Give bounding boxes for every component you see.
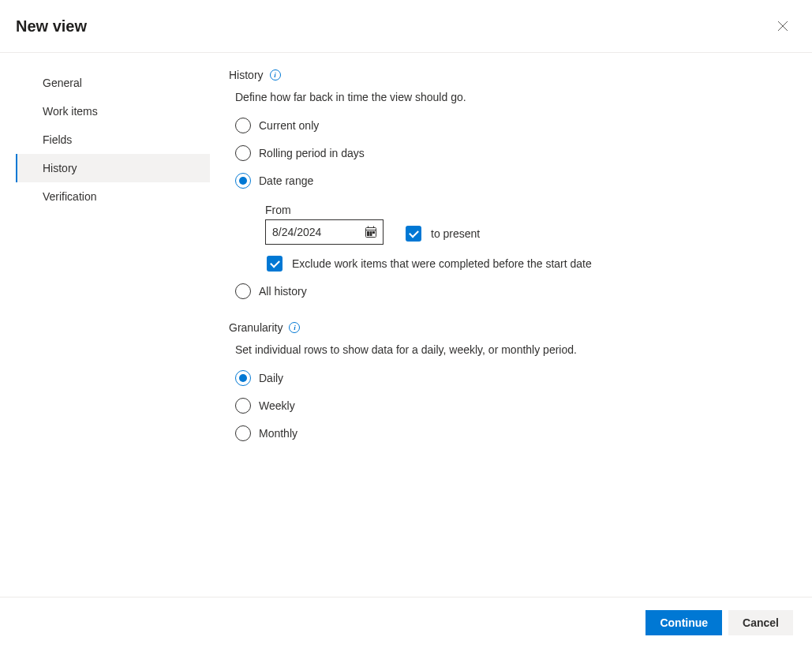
radio-label: Monthly xyxy=(259,427,297,440)
radio-label: All history xyxy=(259,285,307,298)
dialog-title: New view xyxy=(16,17,87,36)
sidebar-item-label: Fields xyxy=(43,133,72,146)
cancel-button[interactable]: Cancel xyxy=(728,610,793,635)
dialog-footer: Continue Cancel xyxy=(0,597,812,648)
dialog-body: General Work items Fields History Verifi… xyxy=(0,53,812,463)
date-range-controls: From to present Exclu xyxy=(265,204,793,272)
radio-all-history[interactable]: All history xyxy=(235,283,793,299)
sidebar-item-general[interactable]: General xyxy=(16,69,210,97)
sidebar: General Work items Fields History Verifi… xyxy=(0,69,210,463)
checkbox-icon xyxy=(406,226,421,242)
radio-icon xyxy=(235,118,251,133)
date-from-row: From to present xyxy=(265,204,793,245)
radio-label: Date range xyxy=(259,174,313,187)
history-title: History xyxy=(229,69,264,81)
radio-rolling-period[interactable]: Rolling period in days xyxy=(235,145,793,161)
radio-label: Rolling period in days xyxy=(259,147,365,159)
sidebar-item-label: General xyxy=(43,77,82,89)
main-content: History i Define how far back in time th… xyxy=(210,69,812,463)
granularity-title: Granularity xyxy=(229,321,283,334)
granularity-radio-group: Daily Weekly Monthly xyxy=(229,370,793,441)
radio-date-range[interactable]: Date range xyxy=(235,173,793,189)
close-button[interactable] xyxy=(773,16,793,36)
history-radio-group: Current only Rolling period in days Date… xyxy=(229,118,793,299)
from-date-input-wrap xyxy=(265,219,384,245)
radio-daily[interactable]: Daily xyxy=(235,370,793,386)
radio-label: Weekly xyxy=(259,399,295,412)
checkbox-icon xyxy=(267,256,283,272)
info-icon[interactable]: i xyxy=(270,69,281,81)
dialog-header: New view xyxy=(0,0,812,53)
radio-monthly[interactable]: Monthly xyxy=(235,425,793,441)
from-label: From xyxy=(265,204,384,216)
radio-icon xyxy=(235,173,251,189)
sidebar-item-history[interactable]: History xyxy=(16,154,210,182)
radio-label: Current only xyxy=(259,119,319,132)
exclude-completed-checkbox[interactable]: Exclude work items that were completed b… xyxy=(267,256,793,272)
history-section: History i Define how far back in time th… xyxy=(229,69,793,299)
sidebar-item-label: History xyxy=(43,162,77,174)
sidebar-item-fields[interactable]: Fields xyxy=(16,125,210,154)
radio-icon xyxy=(235,145,251,161)
granularity-description: Set individual rows to show data for a d… xyxy=(229,343,793,356)
granularity-section-header: Granularity i xyxy=(229,321,793,334)
sidebar-item-work-items[interactable]: Work items xyxy=(16,97,210,125)
radio-weekly[interactable]: Weekly xyxy=(235,398,793,414)
radio-icon xyxy=(235,398,251,414)
from-date-field: From xyxy=(265,204,384,245)
continue-button[interactable]: Continue xyxy=(645,610,722,635)
radio-icon xyxy=(235,425,251,441)
info-icon[interactable]: i xyxy=(289,322,300,333)
to-present-checkbox[interactable]: to present xyxy=(406,226,480,242)
granularity-section: Granularity i Set individual rows to sho… xyxy=(229,321,793,441)
radio-icon xyxy=(235,370,251,386)
radio-current-only[interactable]: Current only xyxy=(235,118,793,133)
from-date-input[interactable] xyxy=(265,219,384,245)
close-icon xyxy=(777,21,788,32)
sidebar-item-label: Work items xyxy=(43,105,98,118)
history-section-header: History i xyxy=(229,69,793,81)
sidebar-item-label: Verification xyxy=(43,190,96,203)
radio-label: Daily xyxy=(259,372,283,384)
sidebar-item-verification[interactable]: Verification xyxy=(16,182,210,211)
to-present-label: to present xyxy=(431,227,480,240)
radio-icon xyxy=(235,283,251,299)
history-description: Define how far back in time the view sho… xyxy=(229,91,793,103)
exclude-label: Exclude work items that were completed b… xyxy=(292,257,592,270)
